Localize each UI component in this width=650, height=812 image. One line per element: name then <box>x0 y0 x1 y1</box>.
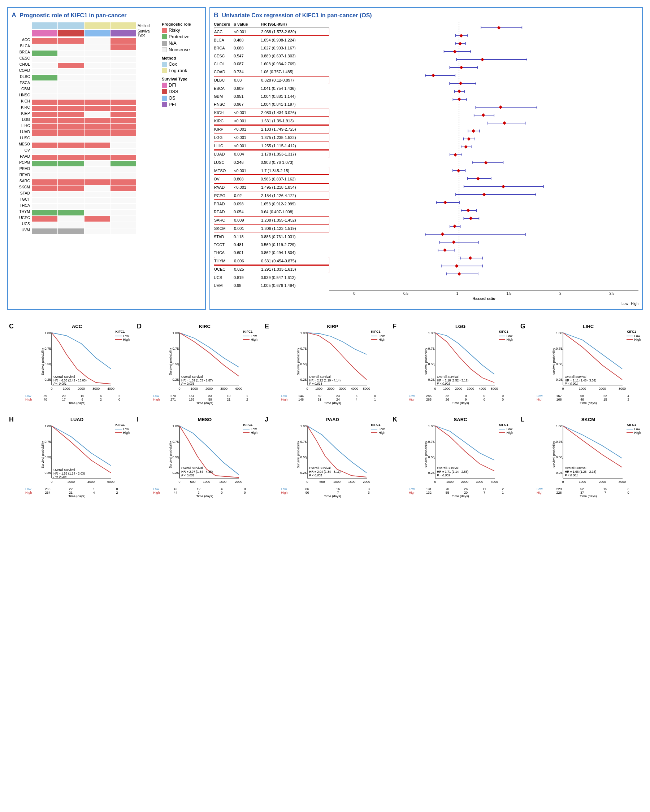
heatmap-cell <box>31 99 58 105</box>
forest-table-row: STAD0.1180.886 (0.761-1.031) <box>214 233 329 241</box>
panel-i-title: MESO <box>153 417 256 422</box>
forest-cancer-name: BLCA <box>214 38 234 42</box>
forest-pval: 0.481 <box>234 243 261 247</box>
heatmap-cell <box>110 118 136 124</box>
f-low-3: 0 <box>475 394 494 398</box>
l-low-3: 3 <box>617 487 640 491</box>
forest-table-row: ESCA0.8091.041 (0.754-1.436) <box>214 84 329 92</box>
heatmap-cell <box>58 228 84 234</box>
heatmap-cell <box>31 203 58 210</box>
e-high-4: 1 <box>366 398 384 401</box>
svg-text:0.25: 0.25 <box>428 471 434 475</box>
method-cell-1 <box>31 22 58 29</box>
heatmap-row <box>31 185 158 191</box>
forest-cancer-name: LIHC <box>214 143 234 148</box>
heatmap-cell <box>31 75 58 81</box>
heatmap-cell <box>110 87 136 93</box>
panel-j-xlabel: Time (days) <box>281 495 384 498</box>
panel-h-xlabel: Time (days) <box>25 495 128 498</box>
forest-hr: 2.154 (1.126-4.122) <box>261 194 329 198</box>
heatmap-row <box>31 111 158 118</box>
forest-pval: 0.951 <box>234 94 261 99</box>
dfi-color <box>162 82 167 88</box>
forest-pval: 0.488 <box>234 38 261 42</box>
heatmap-cell <box>31 111 58 118</box>
heatmap-cell <box>110 148 136 154</box>
panel-f: F LGG KIFC1 Low High 1.00 0.75 0.50 0.25… <box>391 321 515 407</box>
forest-axis-ticks: 0 0.5 1 1.5 2 2.5 <box>329 292 638 296</box>
label-luad: LUAD <box>12 128 31 134</box>
heatmap-cell <box>58 105 84 111</box>
label-gbm: GBM <box>12 85 31 92</box>
heatmap-cell <box>110 105 136 111</box>
heatmap-row <box>31 124 158 130</box>
high-label-j: High <box>281 491 292 495</box>
svg-text:1000: 1000 <box>63 387 70 391</box>
svg-text:0: 0 <box>50 480 52 484</box>
svg-text:500: 500 <box>190 480 195 484</box>
kifc1-label-l: KIFC1 <box>627 423 641 427</box>
low-legend-g: Low <box>627 334 641 338</box>
e-low-0: 144 <box>292 394 310 398</box>
heatmap-cell <box>58 216 84 222</box>
heatmap-cell <box>84 167 110 173</box>
svg-text:0.50: 0.50 <box>172 362 179 366</box>
heatmap-cell <box>110 216 136 222</box>
svg-text:0.25: 0.25 <box>172 471 179 475</box>
label-ucec: UCEC <box>12 214 31 220</box>
panel-a-heading: Prognostic role of KIFC1 in pan-cancer <box>20 12 126 18</box>
heatmap-cell <box>58 167 84 173</box>
heatmap-cell <box>110 167 136 173</box>
e-high-0: 146 <box>292 398 310 401</box>
forest-cancer-name: SKCM <box>214 226 234 230</box>
svg-text:0: 0 <box>306 387 308 391</box>
high-label-e: High <box>281 398 292 401</box>
forest-cancer-name: KIRP <box>214 127 234 131</box>
forest-table-row: KICH<0.0012.083 (1.434-3.026) <box>214 108 329 117</box>
forest-table-row: COAD0.7341.06 (0.757-1.485) <box>214 68 329 76</box>
heatmap-cell <box>110 93 136 99</box>
protective-label: Protective <box>169 34 190 39</box>
forest-pval: 0.547 <box>234 54 261 58</box>
forest-cancer-name: UVM <box>214 283 234 288</box>
heatmap-cell <box>110 142 136 148</box>
heatmap-cell <box>58 160 84 167</box>
forest-table-row: BLCA0.4881.054 (0.908-1.224) <box>214 36 329 44</box>
k-high-4: 1 <box>494 491 512 495</box>
svg-text:0.25: 0.25 <box>300 378 307 382</box>
low-line-k <box>499 429 505 429</box>
d-low-3: 19 <box>220 394 238 398</box>
heatmap-row <box>31 75 158 81</box>
heatmap-cell <box>58 50 84 56</box>
table-row-high-i: High 44 2 0 0 <box>153 491 256 495</box>
forest-cancer-name: MESO <box>214 168 234 173</box>
svg-marker-52 <box>503 121 506 125</box>
svg-text:1.00: 1.00 <box>428 331 434 335</box>
svg-text:Overall Survival: Overall Survival <box>181 375 203 379</box>
heatmap-cell <box>31 44 58 50</box>
panel-f-legend: KIFC1 Low High <box>499 330 513 341</box>
forest-hr: 2.038 (1.573-2.639) <box>261 30 329 34</box>
c-low-4: 2 <box>110 394 128 398</box>
svg-text:0: 0 <box>178 480 180 484</box>
panel-j: J PAAD KIFC1 Low High 1.00 0.75 0.50 0.2… <box>263 414 387 500</box>
heatmap-cell <box>84 69 110 75</box>
forest-hr: 1.005 (0.676-1.494) <box>261 283 329 288</box>
high-label: High <box>631 302 638 306</box>
svg-text:1000: 1000 <box>579 387 586 391</box>
panel-d-table: Low 270 151 83 19 1 High 271 159 59 21 2 <box>153 394 256 401</box>
svg-marker-68 <box>454 153 457 157</box>
svg-text:3000: 3000 <box>619 480 626 484</box>
low-legend-h: Low <box>115 427 130 431</box>
c-high-1: 17 <box>55 398 73 401</box>
svg-text:5000: 5000 <box>491 387 498 391</box>
panel-c: C ACC KIFC1 Low High 1.00 0.75 0.50 0.25 <box>7 321 132 407</box>
heatmap-row <box>31 210 158 216</box>
forest-table-row: CESC0.5470.889 (0.607-1.303) <box>214 52 329 60</box>
legend-nonsense: Nonsense <box>162 47 202 52</box>
svg-text:Survival probability: Survival probability <box>297 348 300 375</box>
svg-text:4000: 4000 <box>235 387 242 391</box>
legend-risky: Risky <box>162 27 202 33</box>
l-low-0: 229 <box>548 487 570 491</box>
forest-table-row: PRAD0.0981.653 (0.912-2.999) <box>214 200 329 208</box>
